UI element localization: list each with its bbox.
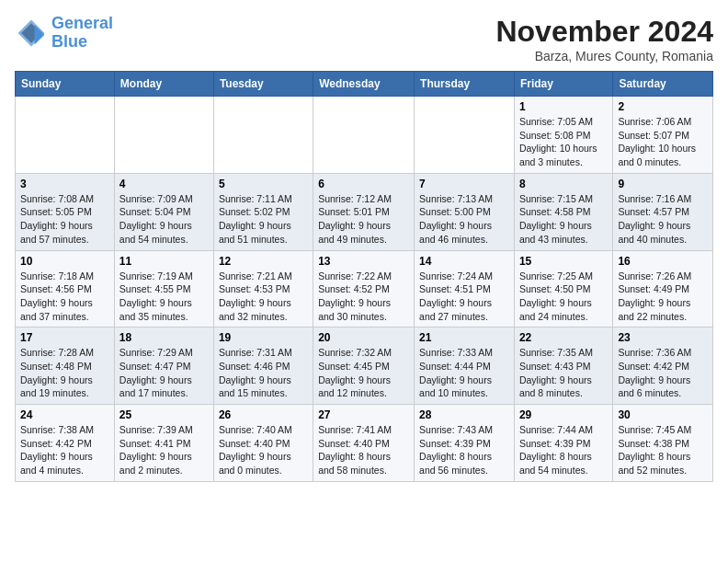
calendar-cell: 25Sunrise: 7:39 AM Sunset: 4:41 PM Dayli… [114, 405, 213, 482]
day-info: Sunrise: 7:15 AM Sunset: 4:58 PM Dayligh… [519, 192, 608, 247]
day-info: Sunrise: 7:09 AM Sunset: 5:04 PM Dayligh… [119, 192, 209, 247]
calendar-cell: 15Sunrise: 7:25 AM Sunset: 4:50 PM Dayli… [514, 250, 612, 327]
logo-text: General Blue [51, 15, 113, 52]
col-friday: Friday [514, 72, 612, 97]
day-info: Sunrise: 7:29 AM Sunset: 4:47 PM Dayligh… [119, 346, 209, 400]
calendar-cell: 16Sunrise: 7:26 AM Sunset: 4:49 PM Dayli… [613, 250, 713, 327]
day-info: Sunrise: 7:16 AM Sunset: 4:57 PM Dayligh… [618, 192, 708, 247]
logo-line2: Blue [51, 32, 87, 51]
calendar-week-3: 10Sunrise: 7:18 AM Sunset: 4:56 PM Dayli… [16, 250, 713, 327]
calendar-week-2: 3Sunrise: 7:08 AM Sunset: 5:05 PM Daylig… [16, 173, 713, 250]
calendar-cell: 11Sunrise: 7:19 AM Sunset: 4:55 PM Dayli… [114, 250, 213, 327]
day-info: Sunrise: 7:44 AM Sunset: 4:39 PM Dayligh… [519, 423, 608, 477]
calendar-cell [415, 97, 515, 174]
day-info: Sunrise: 7:41 AM Sunset: 4:40 PM Dayligh… [318, 423, 409, 477]
calendar-cell: 23Sunrise: 7:36 AM Sunset: 4:42 PM Dayli… [613, 327, 713, 405]
day-number: 5 [219, 178, 308, 190]
day-info: Sunrise: 7:26 AM Sunset: 4:49 PM Dayligh… [618, 270, 708, 324]
day-number: 11 [119, 255, 209, 268]
calendar-cell: 10Sunrise: 7:18 AM Sunset: 4:56 PM Dayli… [16, 250, 115, 327]
day-info: Sunrise: 7:25 AM Sunset: 4:50 PM Dayligh… [519, 270, 608, 324]
day-number: 16 [618, 255, 708, 268]
col-monday: Monday [114, 72, 213, 97]
calendar-cell: 28Sunrise: 7:43 AM Sunset: 4:39 PM Dayli… [415, 405, 515, 482]
day-number: 27 [318, 408, 409, 421]
calendar-week-4: 17Sunrise: 7:28 AM Sunset: 4:48 PM Dayli… [16, 327, 713, 405]
day-number: 15 [519, 255, 608, 268]
calendar-cell: 5Sunrise: 7:11 AM Sunset: 5:02 PM Daylig… [213, 173, 313, 250]
day-info: Sunrise: 7:05 AM Sunset: 5:08 PM Dayligh… [519, 115, 608, 169]
col-sunday: Sunday [16, 72, 115, 97]
day-info: Sunrise: 7:11 AM Sunset: 5:02 PM Dayligh… [219, 192, 308, 247]
col-wednesday: Wednesday [313, 72, 415, 97]
calendar-cell: 29Sunrise: 7:44 AM Sunset: 4:39 PM Dayli… [514, 405, 612, 482]
logo-line1: General [51, 14, 113, 32]
calendar-cell: 18Sunrise: 7:29 AM Sunset: 4:47 PM Dayli… [114, 327, 213, 405]
day-number: 2 [618, 100, 708, 113]
day-number: 14 [419, 255, 509, 268]
header: General Blue November 2024 Barza, Mures … [15, 15, 713, 63]
calendar-cell: 14Sunrise: 7:24 AM Sunset: 4:51 PM Dayli… [415, 250, 515, 327]
calendar-cell: 21Sunrise: 7:33 AM Sunset: 4:44 PM Dayli… [415, 327, 515, 405]
day-info: Sunrise: 7:33 AM Sunset: 4:44 PM Dayligh… [419, 346, 509, 400]
day-info: Sunrise: 7:38 AM Sunset: 4:42 PM Dayligh… [20, 423, 109, 477]
col-thursday: Thursday [415, 72, 515, 97]
calendar-cell: 12Sunrise: 7:21 AM Sunset: 4:53 PM Dayli… [213, 250, 313, 327]
header-row: Sunday Monday Tuesday Wednesday Thursday… [16, 72, 713, 97]
calendar-cell: 1Sunrise: 7:05 AM Sunset: 5:08 PM Daylig… [514, 97, 612, 174]
day-number: 28 [419, 408, 509, 421]
day-number: 1 [519, 100, 608, 113]
calendar-cell: 26Sunrise: 7:40 AM Sunset: 4:40 PM Dayli… [213, 405, 313, 482]
day-info: Sunrise: 7:24 AM Sunset: 4:51 PM Dayligh… [419, 270, 509, 324]
svg-marker-2 [35, 25, 45, 45]
day-number: 13 [318, 255, 409, 268]
day-number: 4 [119, 178, 209, 190]
calendar-cell [313, 97, 415, 174]
calendar-cell [213, 97, 313, 174]
calendar-cell: 24Sunrise: 7:38 AM Sunset: 4:42 PM Dayli… [16, 405, 115, 482]
day-info: Sunrise: 7:18 AM Sunset: 4:56 PM Dayligh… [20, 270, 109, 324]
calendar-cell: 3Sunrise: 7:08 AM Sunset: 5:05 PM Daylig… [16, 173, 115, 250]
calendar-cell [114, 97, 213, 174]
calendar-cell: 4Sunrise: 7:09 AM Sunset: 5:04 PM Daylig… [114, 173, 213, 250]
day-number: 9 [618, 178, 708, 190]
calendar-cell: 19Sunrise: 7:31 AM Sunset: 4:46 PM Dayli… [213, 327, 313, 405]
calendar-cell: 7Sunrise: 7:13 AM Sunset: 5:00 PM Daylig… [415, 173, 515, 250]
day-number: 19 [219, 331, 308, 344]
day-info: Sunrise: 7:43 AM Sunset: 4:39 PM Dayligh… [419, 423, 509, 477]
col-tuesday: Tuesday [213, 72, 313, 97]
calendar-body: 1Sunrise: 7:05 AM Sunset: 5:08 PM Daylig… [16, 97, 713, 482]
calendar-cell: 30Sunrise: 7:45 AM Sunset: 4:38 PM Dayli… [613, 405, 713, 482]
day-number: 17 [20, 331, 109, 344]
calendar-header: Sunday Monday Tuesday Wednesday Thursday… [16, 72, 713, 97]
calendar-cell: 8Sunrise: 7:15 AM Sunset: 4:58 PM Daylig… [514, 173, 612, 250]
calendar-cell: 17Sunrise: 7:28 AM Sunset: 4:48 PM Dayli… [16, 327, 115, 405]
day-number: 12 [219, 255, 308, 268]
day-info: Sunrise: 7:22 AM Sunset: 4:52 PM Dayligh… [318, 270, 409, 324]
day-number: 26 [219, 408, 308, 421]
day-number: 7 [419, 178, 509, 190]
day-number: 30 [618, 408, 708, 421]
logo: General Blue [15, 15, 113, 52]
day-info: Sunrise: 7:40 AM Sunset: 4:40 PM Dayligh… [219, 423, 308, 477]
day-number: 10 [20, 255, 109, 268]
calendar-cell: 9Sunrise: 7:16 AM Sunset: 4:57 PM Daylig… [613, 173, 713, 250]
day-number: 18 [119, 331, 209, 344]
col-saturday: Saturday [613, 72, 713, 97]
calendar-week-1: 1Sunrise: 7:05 AM Sunset: 5:08 PM Daylig… [16, 97, 713, 174]
day-number: 21 [419, 331, 509, 344]
day-info: Sunrise: 7:32 AM Sunset: 4:45 PM Dayligh… [318, 346, 409, 400]
day-info: Sunrise: 7:36 AM Sunset: 4:42 PM Dayligh… [618, 346, 708, 400]
day-number: 22 [519, 331, 608, 344]
subtitle: Barza, Mures County, Romania [495, 49, 713, 63]
day-info: Sunrise: 7:28 AM Sunset: 4:48 PM Dayligh… [20, 346, 109, 400]
day-info: Sunrise: 7:31 AM Sunset: 4:46 PM Dayligh… [219, 346, 308, 400]
day-number: 8 [519, 178, 608, 190]
calendar-week-5: 24Sunrise: 7:38 AM Sunset: 4:42 PM Dayli… [16, 405, 713, 482]
day-info: Sunrise: 7:12 AM Sunset: 5:01 PM Dayligh… [318, 192, 409, 247]
calendar-cell: 2Sunrise: 7:06 AM Sunset: 5:07 PM Daylig… [613, 97, 713, 174]
day-info: Sunrise: 7:45 AM Sunset: 4:38 PM Dayligh… [618, 423, 708, 477]
day-info: Sunrise: 7:35 AM Sunset: 4:43 PM Dayligh… [519, 346, 608, 400]
day-number: 3 [20, 178, 109, 190]
day-info: Sunrise: 7:19 AM Sunset: 4:55 PM Dayligh… [119, 270, 209, 324]
